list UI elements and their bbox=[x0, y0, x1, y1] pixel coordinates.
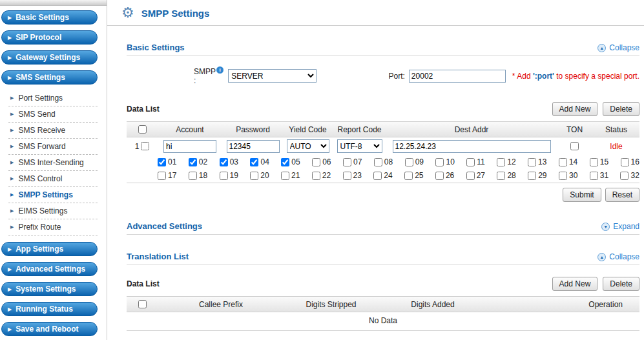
sidebar-item-prefix-route[interactable]: ▶Prefix Route bbox=[8, 219, 98, 235]
password-input[interactable] bbox=[227, 140, 280, 153]
sidebar-item-save-and-reboot[interactable]: ▶Save and Reboot bbox=[1, 322, 98, 336]
row-select-checkbox[interactable] bbox=[141, 142, 149, 150]
sidebar-item-basic-settings[interactable]: ▶Basic Settings bbox=[1, 10, 98, 25]
port-checkbox-25[interactable] bbox=[404, 172, 413, 180]
sidebar-item-app-settings[interactable]: ▶App Settings bbox=[1, 242, 98, 256]
port-checkbox-18[interactable] bbox=[189, 172, 197, 180]
port-option-04[interactable]: 04 bbox=[250, 157, 269, 166]
translation-list-collapse-link[interactable]: ▲ Collapse bbox=[597, 252, 639, 261]
port-input[interactable] bbox=[409, 70, 506, 83]
port-checkbox-10[interactable] bbox=[435, 158, 444, 166]
port-checkbox-14[interactable] bbox=[559, 158, 567, 166]
smpp-mode-select[interactable]: SERVER bbox=[228, 69, 316, 83]
report-code-select[interactable]: UTF-8 bbox=[337, 139, 382, 153]
port-checkbox-32[interactable] bbox=[620, 172, 628, 180]
port-checkbox-22[interactable] bbox=[312, 172, 320, 180]
port-option-30[interactable]: 30 bbox=[559, 171, 577, 180]
add-new-button[interactable]: Add New bbox=[552, 102, 598, 116]
translation-add-new-button[interactable]: Add New bbox=[552, 277, 598, 291]
delete-button[interactable]: Delete bbox=[603, 102, 639, 116]
port-checkbox-29[interactable] bbox=[528, 172, 536, 180]
basic-settings-collapse-link[interactable]: ▲ Collapse bbox=[597, 43, 639, 52]
port-checkbox-12[interactable] bbox=[497, 158, 505, 166]
port-checkbox-24[interactable] bbox=[373, 172, 382, 180]
sidebar-item-sms-control[interactable]: ▶SMS Control bbox=[8, 171, 98, 187]
port-checkbox-16[interactable] bbox=[621, 158, 629, 166]
sidebar-item-sms-settings[interactable]: ▶SMS Settings bbox=[1, 70, 98, 85]
select-all-checkbox[interactable] bbox=[138, 125, 147, 134]
sidebar-item-gateway-settings[interactable]: ▶Gateway Settings bbox=[1, 50, 98, 65]
port-checkbox-01[interactable] bbox=[158, 158, 166, 166]
ton-checkbox[interactable] bbox=[570, 142, 579, 150]
port-checkbox-20[interactable] bbox=[250, 172, 258, 180]
port-checkbox-31[interactable] bbox=[590, 172, 598, 180]
port-option-14[interactable]: 14 bbox=[559, 157, 577, 166]
port-option-01[interactable]: 01 bbox=[158, 157, 176, 166]
port-checkbox-15[interactable] bbox=[590, 158, 598, 166]
port-checkbox-09[interactable] bbox=[405, 158, 413, 166]
sidebar-item-smpp-settings[interactable]: ▶SMPP Settings bbox=[8, 187, 98, 203]
port-checkbox-28[interactable] bbox=[497, 172, 505, 180]
port-option-05[interactable]: 05 bbox=[281, 157, 300, 166]
port-option-17[interactable]: 17 bbox=[158, 171, 176, 180]
submit-button[interactable]: Submit bbox=[563, 188, 601, 202]
port-option-02[interactable]: 02 bbox=[189, 157, 207, 166]
port-checkbox-23[interactable] bbox=[343, 172, 351, 180]
port-checkbox-27[interactable] bbox=[466, 172, 475, 180]
port-option-19[interactable]: 19 bbox=[220, 171, 238, 180]
port-option-27[interactable]: 27 bbox=[466, 171, 485, 180]
port-checkbox-02[interactable] bbox=[189, 158, 197, 166]
port-option-18[interactable]: 18 bbox=[189, 171, 207, 180]
port-checkbox-04[interactable] bbox=[250, 158, 258, 166]
sidebar-item-running-status[interactable]: ▶Running Status bbox=[1, 302, 98, 316]
info-icon[interactable]: i bbox=[216, 66, 223, 74]
port-checkbox-17[interactable] bbox=[158, 172, 166, 180]
sidebar-item-sms-send[interactable]: ▶SMS Send bbox=[8, 106, 98, 123]
port-checkbox-13[interactable] bbox=[528, 158, 536, 166]
port-option-11[interactable]: 11 bbox=[466, 157, 484, 166]
port-option-13[interactable]: 13 bbox=[528, 157, 546, 166]
port-option-32[interactable]: 32 bbox=[620, 171, 639, 180]
advanced-settings-expand-link[interactable]: ▼ Expand bbox=[601, 222, 639, 231]
port-option-21[interactable]: 21 bbox=[281, 171, 300, 180]
port-checkbox-11[interactable] bbox=[466, 158, 475, 166]
sidebar-item-system-settings[interactable]: ▶System Settings bbox=[1, 282, 98, 296]
port-option-12[interactable]: 12 bbox=[497, 157, 515, 166]
port-checkbox-07[interactable] bbox=[343, 158, 351, 166]
port-option-31[interactable]: 31 bbox=[590, 171, 608, 180]
sidebar-item-advanced-settings[interactable]: ▶Advanced Settings bbox=[1, 262, 98, 276]
port-option-23[interactable]: 23 bbox=[343, 171, 362, 180]
port-checkbox-08[interactable] bbox=[374, 158, 382, 166]
yield-code-select[interactable]: AUTO bbox=[287, 139, 329, 153]
port-checkbox-05[interactable] bbox=[281, 158, 289, 166]
port-option-16[interactable]: 16 bbox=[621, 157, 639, 166]
sidebar-item-sip-protocol[interactable]: ▶SIP Protocol bbox=[1, 30, 98, 45]
port-option-08[interactable]: 08 bbox=[374, 157, 393, 166]
port-option-06[interactable]: 06 bbox=[312, 157, 331, 166]
port-option-26[interactable]: 26 bbox=[435, 171, 454, 180]
port-checkbox-21[interactable] bbox=[281, 172, 289, 180]
port-checkbox-19[interactable] bbox=[220, 172, 228, 180]
sidebar-item-sms-forward[interactable]: ▶SMS Forward bbox=[8, 139, 98, 155]
port-option-24[interactable]: 24 bbox=[373, 171, 392, 180]
sidebar-item-sms-receive[interactable]: ▶SMS Receive bbox=[8, 123, 98, 139]
port-option-03[interactable]: 03 bbox=[220, 157, 238, 166]
port-option-10[interactable]: 10 bbox=[435, 157, 454, 166]
translation-delete-button[interactable]: Delete bbox=[603, 277, 639, 291]
reset-button[interactable]: Reset bbox=[605, 188, 639, 202]
port-checkbox-06[interactable] bbox=[312, 158, 320, 166]
dest-addr-input[interactable] bbox=[393, 140, 551, 153]
sidebar-item-sms-inter-sending[interactable]: ▶SMS Inter-Sending bbox=[8, 155, 98, 171]
translation-select-all-checkbox[interactable] bbox=[138, 300, 147, 308]
port-checkbox-03[interactable] bbox=[220, 158, 228, 166]
port-checkbox-30[interactable] bbox=[559, 172, 567, 180]
port-option-20[interactable]: 20 bbox=[250, 171, 269, 180]
port-option-25[interactable]: 25 bbox=[404, 171, 423, 180]
port-option-09[interactable]: 09 bbox=[405, 157, 424, 166]
port-option-22[interactable]: 22 bbox=[312, 171, 331, 180]
account-input[interactable] bbox=[163, 140, 216, 153]
port-option-15[interactable]: 15 bbox=[590, 157, 608, 166]
port-option-29[interactable]: 29 bbox=[528, 171, 546, 180]
sidebar-item-eims-settings[interactable]: ▶EIMS Settings bbox=[8, 203, 98, 219]
sidebar-item-port-settings[interactable]: ▶Port Settings bbox=[8, 90, 98, 106]
